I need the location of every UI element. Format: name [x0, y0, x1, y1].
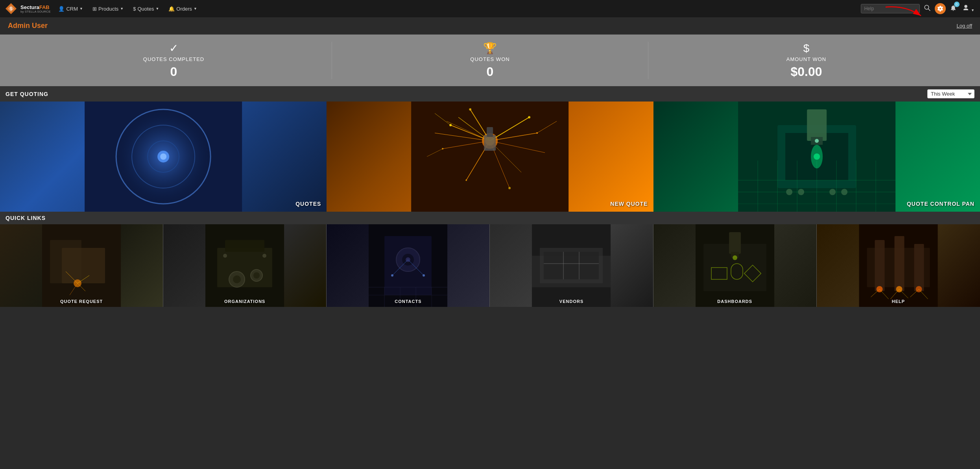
- nav-item-products[interactable]: ⊞ Products ▼: [89, 4, 127, 14]
- nav-right: 0 ▼: [861, 3, 976, 15]
- dashboards-visual: [653, 224, 816, 307]
- svg-line-4: [928, 9, 930, 11]
- gear-icon: [937, 6, 943, 12]
- quick-link-quote-request[interactable]: QUOTE REQUEST: [0, 224, 163, 307]
- svg-point-59: [798, 189, 804, 195]
- svg-point-56: [814, 153, 820, 160]
- svg-point-108: [733, 255, 737, 260]
- contacts-visual: [327, 224, 489, 307]
- quick-links-header: QUICK LINKS: [0, 212, 980, 224]
- trophy-icon: 🏆: [332, 42, 648, 55]
- period-select[interactable]: This Week This Month This Year All Time: [927, 89, 974, 98]
- svg-point-87: [423, 274, 425, 277]
- vendors-visual: [490, 224, 653, 307]
- svg-point-78: [262, 254, 266, 258]
- quick-link-contacts-label: CONTACTS: [327, 299, 489, 304]
- svg-rect-113: [914, 244, 924, 291]
- get-quoting-header: GET QUOTING This Week This Month This Ye…: [0, 86, 980, 102]
- nav-item-quotes[interactable]: $ Quotes ▼: [129, 4, 163, 14]
- svg-rect-64: [62, 248, 105, 283]
- quick-link-help[interactable]: HELP: [817, 224, 980, 307]
- products-caret-icon: ▼: [120, 7, 124, 11]
- quotes-caret-icon: ▼: [155, 7, 159, 11]
- svg-point-76: [253, 272, 260, 279]
- svg-rect-72: [225, 240, 264, 252]
- svg-rect-112: [894, 236, 904, 291]
- svg-point-58: [786, 189, 792, 195]
- stat-amount-won: $ AMOUNT WON $0.00: [648, 42, 964, 79]
- quick-link-vendors[interactable]: VENDORS: [490, 224, 653, 307]
- check-icon: ✓: [16, 42, 332, 55]
- stat-quotes-won: 🏆 QUOTES WON 0: [332, 42, 648, 79]
- quote-control-panel-inner: [653, 102, 980, 212]
- svg-point-34: [508, 187, 511, 189]
- quotes-card-visual: [0, 102, 327, 212]
- settings-button[interactable]: [935, 3, 946, 14]
- stat-quotes-completed: ✓ QUOTES COMPLETED 0: [16, 42, 332, 79]
- stat-value-amount-won: $0.00: [648, 65, 964, 79]
- dollar-icon: $: [648, 42, 964, 55]
- search-button[interactable]: [922, 3, 932, 15]
- nav-item-crm[interactable]: 👤 CRM ▼: [54, 4, 87, 14]
- quote-control-panel-card[interactable]: QUOTE CONTROL PAN: [653, 102, 980, 212]
- svg-point-32: [528, 116, 530, 118]
- quotes-card-label: QUOTES: [295, 201, 321, 207]
- help-visual: [817, 224, 980, 307]
- svg-rect-13: [411, 102, 568, 212]
- logoff-button[interactable]: Log off: [956, 23, 972, 29]
- quote-control-panel-visual: [653, 102, 980, 212]
- quotes-dollar-icon: $: [133, 6, 136, 12]
- orders-caret-icon: ▼: [194, 7, 197, 11]
- quoting-grid: QUOTES: [0, 102, 980, 212]
- quick-link-contacts[interactable]: CONTACTS: [327, 224, 490, 307]
- brand-logo-area[interactable]: S SecturaFAB by STELLA SOURCE: [4, 2, 50, 16]
- new-quote-card[interactable]: NEW QUOTE: [327, 102, 653, 212]
- svg-point-30: [469, 108, 471, 111]
- quick-link-help-label: HELP: [817, 299, 980, 304]
- user-caret-icon: ▼: [971, 8, 974, 12]
- crm-caret-icon: ▼: [79, 7, 83, 11]
- svg-point-12: [160, 153, 166, 160]
- quick-link-organizations[interactable]: ORGANIZATIONS: [163, 224, 327, 307]
- get-quoting-title: GET QUOTING: [6, 91, 48, 97]
- nav-item-orders[interactable]: 🔔 Orders ▼: [164, 4, 201, 14]
- quotes-card[interactable]: QUOTES: [0, 102, 327, 212]
- notification-badge: 0: [954, 2, 960, 7]
- products-grid-icon: ⊞: [92, 6, 97, 12]
- svg-rect-97: [544, 252, 599, 279]
- svg-rect-111: [875, 240, 884, 291]
- help-search-input[interactable]: [861, 4, 920, 13]
- svg-point-86: [391, 274, 393, 277]
- new-quote-card-label: NEW QUOTE: [610, 201, 648, 207]
- quick-link-vendors-label: VENDORS: [490, 299, 653, 304]
- svg-rect-39: [487, 127, 493, 137]
- user-menu-button[interactable]: ▼: [961, 3, 976, 15]
- stat-label-quotes-completed: QUOTES COMPLETED: [16, 56, 332, 62]
- quick-links-grid: QUOTE REQUEST ORGANIZATIONS: [0, 224, 980, 307]
- organizations-visual: [163, 224, 326, 307]
- stat-value-quotes-won: 0: [332, 65, 648, 79]
- svg-rect-103: [729, 232, 741, 254]
- stat-label-quotes-won: QUOTES WON: [332, 56, 648, 62]
- quick-link-dashboards-label: DASHBOARDS: [653, 299, 816, 304]
- svg-point-61: [841, 189, 847, 195]
- quick-links-title: QUICK LINKS: [6, 215, 46, 221]
- user-icon: [962, 4, 969, 11]
- quote-control-panel-label: QUOTE CONTROL PAN: [907, 201, 974, 207]
- navbar: S SecturaFAB by STELLA SOURCE 👤 CRM ▼ ⊞ …: [0, 0, 980, 17]
- user-bar: Admin User Log off: [0, 17, 980, 35]
- notifications-button[interactable]: 0: [948, 3, 958, 15]
- crm-person-icon: 👤: [58, 6, 65, 12]
- search-icon: [924, 4, 931, 11]
- svg-point-74: [233, 275, 241, 283]
- quote-request-visual: [0, 224, 163, 307]
- svg-rect-53: [807, 109, 827, 141]
- quick-link-dashboards[interactable]: DASHBOARDS: [653, 224, 817, 307]
- user-name-display: Admin User: [8, 22, 48, 30]
- orders-bell-icon: 🔔: [168, 6, 175, 12]
- stat-value-quotes-completed: 0: [16, 65, 332, 79]
- quick-link-organizations-label: ORGANIZATIONS: [163, 299, 326, 304]
- new-quote-card-inner: [327, 102, 653, 212]
- stats-bar: ✓ QUOTES COMPLETED 0 🏆 QUOTES WON 0 $ AM…: [0, 35, 980, 86]
- brand-logo-icon: S: [4, 2, 18, 16]
